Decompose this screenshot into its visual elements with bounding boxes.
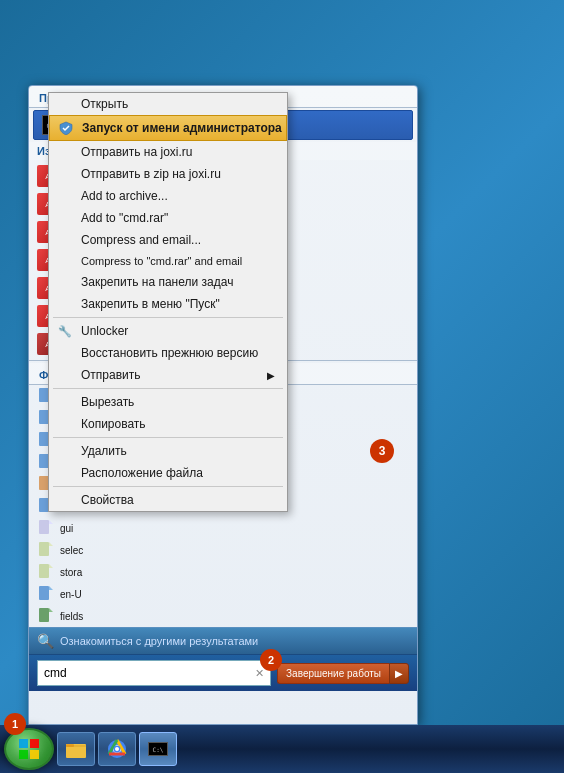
- taskbar-item-cmd[interactable]: C:\: [139, 732, 177, 766]
- svg-marker-16: [49, 520, 53, 524]
- svg-marker-22: [49, 586, 53, 590]
- svg-rect-30: [66, 744, 74, 747]
- context-menu-item-location[interactable]: Расположение файла: [49, 462, 287, 484]
- separator-2: [53, 388, 283, 389]
- context-menu-item-restore[interactable]: Восстановить прежнюю версию: [49, 342, 287, 364]
- taskbar-item-chrome[interactable]: [98, 732, 136, 766]
- windows-logo-icon: [17, 737, 41, 761]
- file-icon-10: [37, 607, 55, 625]
- svg-rect-15: [39, 520, 49, 534]
- search-bar: 🔍 Ознакомиться с другими результатами: [29, 627, 417, 654]
- list-item[interactable]: gui: [29, 517, 417, 539]
- context-menu-item-copy[interactable]: Копировать: [49, 413, 287, 435]
- svg-rect-17: [39, 542, 49, 556]
- list-item[interactable]: fields: [29, 605, 417, 627]
- shutdown-button[interactable]: Завершение работы: [277, 663, 389, 684]
- list-item[interactable]: en-U: [29, 583, 417, 605]
- file-icon-6: [37, 519, 55, 537]
- svg-rect-19: [39, 564, 49, 578]
- unlocker-icon: 🔧: [57, 323, 73, 339]
- context-menu-item-pin-start[interactable]: Закрепить в меню "Пуск": [49, 293, 287, 315]
- cmd-taskbar-icon: C:\: [148, 742, 168, 756]
- badge-2: 2: [260, 649, 282, 671]
- context-menu-item-open[interactable]: Открыть: [49, 93, 287, 115]
- svg-rect-28: [30, 750, 39, 759]
- shield-icon: [58, 120, 74, 136]
- context-menu-item-add-rar[interactable]: Add to "cmd.rar": [49, 207, 287, 229]
- context-menu-item-send[interactable]: Отправить ▶: [49, 364, 287, 386]
- list-item[interactable]: stora: [29, 561, 417, 583]
- separator-1: [53, 317, 283, 318]
- svg-marker-20: [49, 564, 53, 568]
- context-menu-item-compress-rar-email[interactable]: Compress to "cmd.rar" and email: [49, 251, 287, 271]
- context-menu-item-add-archive[interactable]: Add to archive...: [49, 185, 287, 207]
- context-menu-item-compress-email[interactable]: Compress and email...: [49, 229, 287, 251]
- desktop: Программы (1) C:\ cmd Изобра... A Ash at…: [0, 0, 564, 773]
- file-icon-8: [37, 563, 55, 581]
- search-input[interactable]: [44, 666, 255, 680]
- search-magnifier-icon: 🔍: [37, 633, 54, 649]
- search-results-link[interactable]: Ознакомиться с другими результатами: [60, 635, 258, 647]
- file-icon-9: [37, 585, 55, 603]
- taskbar-item-explorer[interactable]: [57, 732, 95, 766]
- shutdown-group: Завершение работы ▶: [277, 663, 409, 684]
- taskbar: C:\ 1: [0, 725, 564, 773]
- svg-point-34: [115, 747, 119, 751]
- file-icon-7: [37, 541, 55, 559]
- separator-4: [53, 486, 283, 487]
- context-menu-item-joxi-zip[interactable]: Отправить в zip на joxi.ru: [49, 163, 287, 185]
- context-menu: Открыть Запуск от имени администратора О…: [48, 92, 288, 512]
- context-menu-item-cut[interactable]: Вырезать: [49, 391, 287, 413]
- search-clear-button[interactable]: ✕: [255, 667, 264, 680]
- svg-rect-21: [39, 586, 49, 600]
- context-menu-item-delete[interactable]: Удалить: [49, 440, 287, 462]
- badge-3: 3: [370, 439, 394, 463]
- separator-3: [53, 437, 283, 438]
- search-input-container: ✕ 2: [37, 660, 271, 686]
- context-menu-item-properties[interactable]: Свойства: [49, 489, 287, 511]
- chrome-icon: [107, 739, 127, 759]
- context-menu-item-admin[interactable]: Запуск от имени администратора: [49, 115, 287, 141]
- svg-rect-23: [39, 608, 49, 622]
- svg-marker-24: [49, 608, 53, 612]
- list-item[interactable]: selec: [29, 539, 417, 561]
- search-input-row: ✕ 2 Завершение работы ▶: [29, 654, 417, 691]
- explorer-icon: [66, 740, 86, 758]
- svg-rect-27: [19, 750, 28, 759]
- submenu-arrow-icon: ▶: [267, 370, 275, 381]
- context-menu-item-joxi[interactable]: Отправить на joxi.ru: [49, 141, 287, 163]
- shutdown-arrow-button[interactable]: ▶: [389, 663, 409, 684]
- context-menu-item-unlocker[interactable]: 🔧 Unlocker: [49, 320, 287, 342]
- svg-rect-25: [19, 739, 28, 748]
- svg-marker-18: [49, 542, 53, 546]
- badge-1: 1: [4, 713, 26, 735]
- context-menu-item-pin-taskbar[interactable]: Закрепить на панели задач: [49, 271, 287, 293]
- svg-rect-26: [30, 739, 39, 748]
